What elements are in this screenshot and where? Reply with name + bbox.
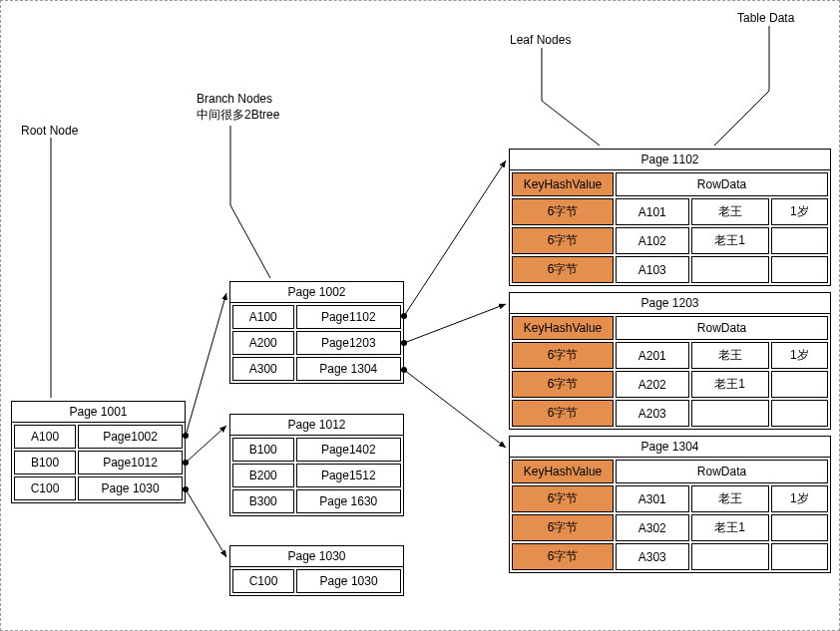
cell-c3: 1岁	[771, 485, 828, 512]
page-title: Page 1002	[230, 282, 403, 303]
cell-c1: A103	[616, 256, 689, 283]
leaf-rows: KeyHashValue RowData 6字节A201老王1岁 6字节A202…	[510, 314, 830, 429]
cell-byte: 6字节	[512, 227, 614, 254]
label-branch-line1: Branch Nodes	[197, 92, 272, 106]
cell-c3	[771, 543, 828, 570]
page-title: Page 1001	[12, 402, 185, 423]
cell-khv-header: KeyHashValue	[512, 460, 614, 483]
cell-c2	[691, 256, 769, 283]
cell-page: Page1203	[296, 331, 401, 355]
leaf-rows: KeyHashValue RowData 6字节A101老王1岁 6字节A102…	[510, 170, 830, 285]
root-page-1001: Page 1001 A100Page1002 B100Page1012 C100…	[11, 401, 186, 503]
dot-icon	[183, 460, 189, 466]
cell-byte: 6字节	[512, 256, 614, 283]
label-branch-nodes: Branch Nodes 中间很多2Btree	[197, 91, 279, 123]
cell-key: B200	[232, 464, 294, 487]
dot-icon	[401, 340, 407, 346]
cell-key: B100	[14, 451, 76, 474]
cell-page: Page1402	[296, 438, 401, 462]
cell-c1: A202	[616, 371, 689, 398]
cell-rowdata-header: RowData	[616, 172, 828, 196]
cell-c2: 老王	[691, 342, 769, 369]
cell-page: Page1002	[78, 425, 183, 449]
cell-key: B300	[232, 489, 294, 513]
cell-c1: A301	[616, 485, 689, 512]
cell-rowdata-header: RowData	[616, 316, 828, 340]
cell-c2	[691, 400, 769, 427]
page-rows: B100Page1402 B200Page1512 B300Page 1630	[230, 436, 403, 515]
cell-c3: 1岁	[771, 342, 828, 369]
page-rows: A100Page1002 B100Page1012 C100Page 1030	[12, 423, 185, 502]
cell-c2: 老王	[691, 485, 769, 512]
cell-khv-header: KeyHashValue	[512, 172, 614, 196]
svg-line-0	[186, 293, 226, 436]
cell-byte: 6字节	[512, 371, 614, 398]
cell-c3: 1岁	[771, 198, 828, 225]
cell-key: C100	[232, 569, 294, 593]
cell-c3	[771, 514, 828, 541]
cell-khv-header: KeyHashValue	[512, 316, 614, 340]
cell-byte: 6字节	[512, 514, 614, 541]
label-branch-line2: 中间很多2Btree	[197, 108, 279, 122]
cell-page: Page1012	[78, 451, 183, 474]
svg-line-2	[186, 489, 226, 557]
leaf-page-1304: Page 1304 KeyHashValue RowData 6字节A301老王…	[509, 436, 831, 573]
cell-page: Page 1030	[78, 476, 183, 500]
cell-byte: 6字节	[512, 400, 614, 427]
cell-c3	[771, 400, 828, 427]
branch-page-1002: Page 1002 A100Page1102 A200Page1203 A300…	[229, 281, 404, 384]
page-rows: C100Page 1030	[230, 567, 403, 595]
cell-c2	[691, 543, 769, 570]
cell-c2: 老王1	[691, 227, 769, 254]
cell-c2: 老王	[691, 198, 769, 225]
label-root-node: Root Node	[21, 124, 78, 138]
svg-line-4	[404, 304, 506, 343]
leaf-rows: KeyHashValue RowData 6字节A301老王1岁 6字节A302…	[510, 458, 830, 572]
cell-byte: 6字节	[512, 485, 614, 512]
cell-c1: A203	[616, 400, 689, 427]
page-rows: A100Page1102 A200Page1203 A300Page 1304	[230, 303, 403, 383]
cell-c3	[771, 227, 828, 254]
dot-icon	[183, 433, 189, 439]
cell-key: C100	[14, 476, 76, 500]
cell-c3	[771, 256, 828, 283]
dot-icon	[183, 486, 189, 492]
page-title: Page 1030	[230, 546, 403, 567]
page-title: Page 1012	[230, 415, 403, 436]
cell-byte: 6字节	[512, 198, 614, 225]
cell-c2: 老王1	[691, 514, 769, 541]
cell-byte: 6字节	[512, 342, 614, 369]
cell-page: Page 1630	[296, 489, 401, 513]
cell-key: A100	[14, 425, 76, 449]
svg-line-1	[186, 426, 226, 463]
cell-c1: A201	[616, 342, 689, 369]
cell-rowdata-header: RowData	[616, 460, 828, 483]
page-title: Page 1102	[510, 150, 830, 170]
cell-c1: A102	[616, 227, 689, 254]
cell-c1: A101	[616, 198, 689, 225]
page-title: Page 1304	[510, 437, 830, 458]
page-title: Page 1203	[510, 293, 830, 314]
cell-key: A300	[232, 357, 294, 381]
cell-page: Page 1030	[296, 569, 401, 593]
dot-icon	[401, 313, 407, 319]
cell-key: A100	[232, 305, 294, 329]
branch-page-1030: Page 1030 C100Page 1030	[229, 545, 404, 596]
cell-c1: A303	[616, 543, 689, 570]
cell-page: Page1512	[296, 464, 401, 487]
leaf-page-1203: Page 1203 KeyHashValue RowData 6字节A201老王…	[509, 292, 831, 430]
cell-byte: 6字节	[512, 543, 614, 570]
dot-icon	[401, 367, 407, 373]
label-table-data: Table Data	[737, 11, 794, 25]
label-leaf-nodes: Leaf Nodes	[510, 33, 571, 47]
cell-page: Page 1304	[296, 357, 401, 381]
leaf-page-1102: Page 1102 KeyHashValue RowData 6字节A101老王…	[509, 149, 831, 286]
svg-line-5	[404, 370, 506, 448]
cell-c2: 老王1	[691, 371, 769, 398]
cell-c1: A302	[616, 514, 689, 541]
branch-page-1012: Page 1012 B100Page1402 B200Page1512 B300…	[229, 414, 404, 516]
svg-line-3	[404, 160, 506, 316]
cell-key: B100	[232, 438, 294, 462]
cell-c3	[771, 371, 828, 398]
cell-key: A200	[232, 331, 294, 355]
